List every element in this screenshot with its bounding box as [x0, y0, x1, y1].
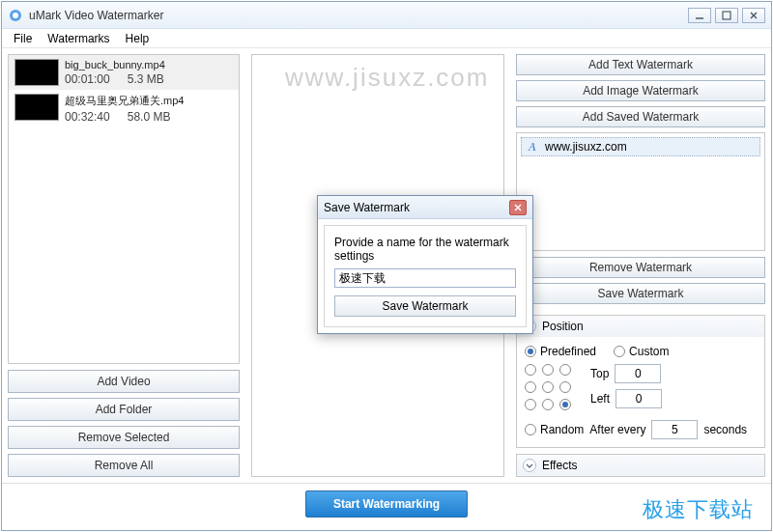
menu-help[interactable]: Help	[118, 30, 157, 47]
remove-watermark-button[interactable]: Remove Watermark	[516, 257, 765, 278]
video-size: 58.0 MB	[128, 110, 171, 124]
left-label: Left	[590, 392, 610, 406]
custom-radio[interactable]: Custom	[614, 345, 669, 358]
close-button[interactable]	[742, 8, 765, 23]
position-title: Position	[542, 320, 584, 333]
video-size: 5.3 MB	[128, 72, 164, 86]
remove-selected-button[interactable]: Remove Selected	[8, 426, 240, 449]
position-group: Position Predefined Custom	[516, 315, 765, 448]
preview-watermark-overlay: www.jisuxz.com	[285, 63, 489, 93]
save-watermark-button[interactable]: Save Watermark	[516, 283, 765, 304]
random-label: Random	[540, 423, 584, 436]
seconds-label: seconds	[703, 423, 747, 436]
svg-rect-3	[723, 12, 730, 19]
position-cell-7[interactable]	[542, 399, 554, 410]
add-image-watermark-button[interactable]: Add Image Watermark	[516, 80, 765, 101]
position-cell-1[interactable]	[542, 364, 554, 376]
video-filename: big_buck_bunny.mp4	[65, 59, 165, 70]
dialog-titlebar[interactable]: Save Watermark	[318, 196, 532, 219]
watermark-list[interactable]: A www.jisuxz.com	[516, 132, 765, 251]
position-cell-0[interactable]	[525, 364, 536, 376]
watermark-item[interactable]: A www.jisuxz.com	[521, 137, 760, 156]
dialog-close-button[interactable]	[509, 200, 527, 215]
menu-watermarks[interactable]: Watermarks	[40, 30, 117, 47]
chevron-down-icon	[523, 459, 536, 472]
position-cell-4[interactable]	[542, 381, 554, 393]
radio-icon	[614, 346, 625, 357]
dialog-title: Save Watermark	[324, 201, 509, 214]
start-watermarking-button[interactable]: Start Watermarking	[305, 490, 468, 518]
dialog-save-button[interactable]: Save Watermark	[334, 295, 516, 317]
video-thumb	[14, 59, 59, 86]
predefined-radio[interactable]: Predefined	[525, 345, 596, 358]
menubar: File Watermarks Help	[2, 29, 771, 48]
custom-label: Custom	[629, 345, 669, 358]
video-duration: 00:32:40	[65, 110, 110, 124]
random-radio[interactable]: Random	[525, 423, 584, 436]
watermark-name-input[interactable]	[334, 268, 516, 288]
watermark-item-label: www.jisuxz.com	[545, 140, 627, 154]
predefined-label: Predefined	[540, 345, 596, 358]
position-grid	[525, 364, 573, 412]
add-video-button[interactable]: Add Video	[8, 370, 240, 393]
text-watermark-icon: A	[526, 140, 539, 154]
radio-icon	[525, 346, 536, 357]
left-column: big_buck_bunny.mp4 00:01:00 5.3 MB 超级马里奥…	[2, 48, 245, 483]
position-cell-2[interactable]	[559, 364, 571, 376]
maximize-button[interactable]	[715, 8, 738, 23]
window-title: uMark Video Watermarker	[29, 9, 163, 22]
video-list[interactable]: big_buck_bunny.mp4 00:01:00 5.3 MB 超级马里奥…	[8, 54, 240, 364]
add-text-watermark-button[interactable]: Add Text Watermark	[516, 54, 765, 75]
video-item[interactable]: big_buck_bunny.mp4 00:01:00 5.3 MB	[9, 55, 239, 90]
position-cell-6[interactable]	[525, 399, 536, 410]
svg-point-1	[13, 13, 18, 18]
add-folder-button[interactable]: Add Folder	[8, 398, 240, 421]
app-icon	[8, 8, 23, 23]
window: uMark Video Watermarker File Watermarks …	[1, 1, 772, 531]
dialog-prompt: Provide a name for the watermark setting…	[334, 236, 516, 263]
right-column: Add Text Watermark Add Image Watermark A…	[510, 48, 771, 483]
position-cell-8[interactable]	[559, 399, 571, 410]
menu-file[interactable]: File	[6, 30, 40, 47]
top-input[interactable]	[615, 364, 661, 383]
video-item[interactable]: 超级马里奥兄弟通关.mp4 00:32:40 58.0 MB	[9, 90, 239, 127]
top-label: Top	[590, 367, 609, 380]
position-header[interactable]: Position	[517, 316, 764, 337]
interval-input[interactable]	[651, 420, 698, 439]
after-every-label: After every	[589, 423, 645, 436]
remove-all-button[interactable]: Remove All	[8, 454, 240, 477]
video-filename: 超级马里奥兄弟通关.mp4	[65, 94, 184, 108]
effects-group: Effects	[516, 454, 765, 477]
video-duration: 00:01:00	[65, 72, 110, 86]
minimize-button[interactable]	[688, 8, 711, 23]
titlebar: uMark Video Watermarker	[2, 2, 771, 29]
position-cell-5[interactable]	[559, 381, 571, 393]
radio-icon	[525, 424, 536, 435]
save-watermark-dialog: Save Watermark Provide a name for the wa…	[317, 195, 533, 334]
effects-header[interactable]: Effects	[517, 455, 764, 476]
left-input[interactable]	[616, 389, 662, 408]
position-cell-3[interactable]	[525, 381, 536, 393]
site-watermark: 极速下载站	[643, 495, 754, 524]
add-saved-watermark-button[interactable]: Add Saved Watermark	[516, 106, 765, 127]
effects-title: Effects	[542, 459, 577, 472]
video-thumb	[14, 94, 59, 121]
